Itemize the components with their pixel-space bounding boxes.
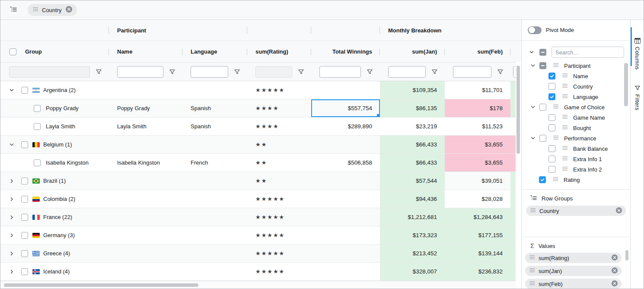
pivot-mode-toggle[interactable] (528, 26, 542, 34)
rating-cell[interactable]: ★★★★ (247, 99, 311, 117)
filter-icon[interactable] (367, 69, 373, 75)
language-cell[interactable] (182, 81, 247, 99)
checkbox-unchecked[interactable] (21, 196, 28, 203)
tree-item-bought[interactable]: Bought (522, 123, 630, 133)
winnings-cell[interactable] (311, 81, 380, 99)
checkbox-unchecked[interactable] (34, 123, 41, 130)
group-header-monthly-breakdown[interactable]: Monthly Breakdown (380, 20, 521, 41)
rating-cell[interactable]: ★★ (247, 154, 311, 171)
partial-cell[interactable] (510, 99, 516, 117)
group-row[interactable]: Iceland (4)★★★★★$328,007$236,832 (0, 263, 516, 281)
child-row[interactable]: Isabella KingstonIsabella KingstonFrench… (0, 154, 516, 172)
chevron-right-icon[interactable] (9, 178, 14, 184)
checkbox-unchecked[interactable] (21, 232, 28, 239)
tree-item-extra-info-1[interactable]: Extra Info 1 (522, 154, 630, 164)
header-sum-jan[interactable]: sum(Jan) (380, 41, 445, 62)
group-row[interactable]: Brazil (1)★★$57,544$39,051 (0, 172, 516, 190)
tree-item-country[interactable]: Country (522, 81, 630, 92)
filter-icon[interactable] (96, 69, 102, 75)
name-cell[interactable] (109, 263, 182, 280)
checkbox-unchecked[interactable] (21, 250, 28, 257)
name-cell[interactable] (109, 190, 182, 208)
group-cell[interactable]: Belgium (1) (0, 136, 109, 153)
feb-cell[interactable]: $3,655 (445, 154, 510, 171)
jan-cell[interactable]: $66,433 (380, 136, 445, 153)
checkbox-unchecked[interactable] (21, 178, 28, 184)
tab-filters[interactable]: Filters (631, 70, 644, 111)
filter-icon[interactable] (431, 69, 438, 75)
header-language[interactable]: Language (182, 41, 247, 62)
feb-cell[interactable]: $11,701 (445, 81, 510, 99)
winnings-cell[interactable] (311, 245, 380, 262)
checkbox-unchecked[interactable] (548, 124, 555, 131)
language-cell[interactable]: French (182, 154, 247, 171)
filter-input-feb[interactable] (453, 66, 491, 78)
partial-cell[interactable] (510, 136, 516, 153)
header-name[interactable]: Name (109, 41, 182, 62)
remove-icon[interactable] (611, 267, 618, 275)
group-row[interactable]: Argentina (2)★★★★★$109,354$11,701 (0, 81, 516, 99)
partial-cell[interactable] (510, 226, 516, 244)
jan-cell[interactable]: $86,135 (380, 99, 445, 117)
filter-input-jan[interactable] (388, 66, 426, 78)
checkbox-unchecked[interactable] (34, 159, 41, 166)
partial-cell[interactable] (510, 81, 516, 99)
filter-input-name[interactable] (117, 66, 163, 78)
rating-cell[interactable]: ★★★★★ (247, 81, 311, 99)
feb-cell[interactable]: $11,523 (445, 118, 510, 135)
tree-item-name[interactable]: Name (522, 71, 630, 81)
rating-cell[interactable]: ★★★★★ (247, 190, 311, 208)
partial-cell[interactable] (510, 208, 516, 226)
jan-cell[interactable]: $66,433 (380, 154, 445, 171)
rating-cell[interactable]: ★★★★★ (247, 263, 311, 280)
column-tree-scrollbar[interactable] (624, 63, 628, 106)
child-row[interactable]: Layla SmithLayla SmithSpanish★★★★$289,89… (0, 118, 516, 136)
group-cell[interactable]: France (22) (0, 208, 109, 226)
rating-cell[interactable]: ★★★★★ (247, 226, 311, 244)
name-cell[interactable] (109, 81, 182, 99)
language-cell[interactable] (182, 172, 247, 190)
fill-handle[interactable] (377, 114, 379, 117)
child-row[interactable]: Poppy GradyPoppy GradySpanish★★★★$557,75… (0, 99, 516, 118)
group-header-participant[interactable]: Participant (109, 20, 247, 41)
jan-cell[interactable]: $94,436 (380, 190, 445, 208)
rating-cell[interactable]: ★★★★ (247, 118, 311, 135)
checkbox-unchecked[interactable] (548, 145, 555, 152)
jan-cell[interactable]: $213,452 (380, 245, 445, 262)
name-cell[interactable] (109, 172, 182, 190)
group-cell[interactable]: Brazil (1) (0, 172, 109, 190)
horizontal-scrollbar-thumb[interactable] (4, 283, 198, 287)
group-cell[interactable]: Colombia (2) (0, 190, 109, 208)
chevron-down-icon[interactable] (9, 142, 14, 147)
name-cell[interactable] (109, 136, 182, 153)
tree-item-bank-balance[interactable]: Bank Balance (522, 143, 630, 154)
group-chip-country[interactable]: Country (28, 4, 77, 16)
language-cell[interactable] (182, 136, 247, 153)
name-cell[interactable] (109, 245, 182, 262)
rating-cell[interactable]: ★★★★★ (247, 208, 311, 226)
chevron-down-icon[interactable] (9, 88, 14, 93)
feb-cell[interactable]: $139,144 (445, 245, 510, 262)
chevron-down-icon[interactable] (530, 63, 536, 68)
language-cell[interactable]: Spanish (182, 118, 247, 135)
feb-cell[interactable]: $236,832 (445, 263, 510, 280)
checkbox-checked[interactable] (548, 73, 555, 79)
value-chip[interactable]: sum(Feb) (525, 279, 622, 289)
group-cell[interactable]: Iceland (4) (0, 263, 109, 280)
checkbox-unchecked[interactable] (539, 135, 546, 142)
remove-icon[interactable] (611, 254, 618, 262)
winnings-cell-selected[interactable]: $557,754 (311, 99, 380, 117)
group-row[interactable]: Greece (4)★★★★★$213,452$139,144 (0, 245, 516, 263)
winnings-cell[interactable] (311, 226, 380, 244)
chevron-right-icon[interactable] (9, 269, 14, 274)
partial-cell[interactable] (510, 263, 516, 280)
remove-icon[interactable] (615, 207, 622, 215)
chevron-down-icon[interactable] (530, 105, 536, 110)
header-sum-feb[interactable]: sum(Feb) (445, 41, 510, 62)
partial-cell[interactable] (510, 190, 516, 208)
select-all-columns-checkbox[interactable] (539, 49, 546, 56)
jan-cell[interactable]: $328,007 (380, 263, 445, 280)
language-cell[interactable] (182, 190, 247, 208)
feb-cell[interactable]: $178 (445, 99, 510, 117)
chevron-right-icon[interactable] (9, 233, 14, 238)
